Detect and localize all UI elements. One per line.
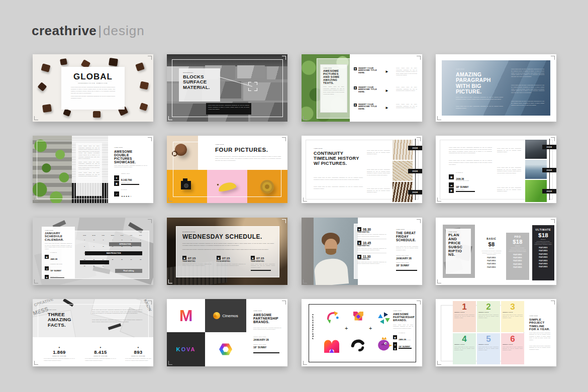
slide-title: JANUARY SCHEDULE CALENDAR. <box>45 232 72 241</box>
stat-label: Insert text <box>121 173 132 174</box>
slide-friday-schedule[interactable]: ▣08.30 TEAM MEETING Lorem ipsum dolor si… <box>302 218 422 285</box>
pin-icon: ◉ <box>45 275 49 279</box>
bird-logo-icon <box>376 335 393 352</box>
detail-label: INSERT TEXT HERE <box>396 255 409 256</box>
body-text: Lorem ipsum dolor sit amet, consectetur … <box>78 172 100 177</box>
progress-bar <box>456 191 475 192</box>
item-title: INSERT YOUR AWESOME TITLE HERE. <box>358 104 381 110</box>
feature-item: FEATURES <box>481 263 502 265</box>
body-text: Lorem ipsum dolor sit amet, consectetur … <box>529 332 550 341</box>
detail-row: ☁ Current Weather18° SUNNY <box>45 263 72 273</box>
beard <box>326 249 336 255</box>
slide-four-pictures[interactable]: YOUR TITLE FOUR PICTURES. Lorem ipsum do… <box>167 136 287 203</box>
arrow-right-icon: ► <box>385 106 389 110</box>
crop-mark-icon <box>417 56 421 60</box>
facts-row: ◉ 1.869 CUPS OF COFFEE Lorem ipsum dolor… <box>33 337 153 366</box>
slide-partnership-brands[interactable]: M Cinemos KOVA YOUR TITLE AWESOME PARTNE… <box>167 299 287 366</box>
arrow-right-icon: ► <box>385 88 389 93</box>
slide-title: AWESOME PARTNERSHIP BRANDS. <box>253 313 281 324</box>
slide-project-timeline[interactable]: 1 INSERT TITLE Lorem ipsum dolor sit ame… <box>436 299 556 366</box>
detail-label: Current Weather <box>456 180 469 181</box>
list-item: ▣ INSERT YOUR AWESOME TITLE HERE. <box>354 86 383 93</box>
item-name: TEAM MEETING <box>357 259 386 261</box>
slide-continuity-timeline[interactable]: YOUR TITLE CONTINUITY TIMELINE HISTORY W… <box>302 136 422 203</box>
brand-divider: | <box>96 23 103 38</box>
slide-label: YOUR TITLE <box>253 310 262 311</box>
slide-title: CONTINUITY TIMELINE HISTORY W/ PICTURES. <box>314 151 363 166</box>
pin-icon: ◉ <box>393 346 397 350</box>
slide-big-picture[interactable]: YOUR TITLE AMAZING PARAGRAPH WITH BIG PI… <box>436 54 556 122</box>
slide-three-facts[interactable]: CREATIVE MESS KNOW YOUR TITLE THREE AMAZ… <box>33 299 153 366</box>
text-card: Lorem ipsum dolor sit amet, consectetur … <box>76 143 102 196</box>
chocolate-photo <box>41 63 50 72</box>
slide-january-calendar[interactable]: YOUR TITLE JANUARY SCHEDULE CALENDAR. Lo… <box>33 218 153 285</box>
brand-cell: KOVA <box>167 332 205 366</box>
chocolate-photo <box>37 82 47 91</box>
slide-global[interactable]: GLOBAL PRESENTATION TEMPLATE Lorem ipsum… <box>33 54 153 122</box>
body-text: Lorem ipsum dolor sit amet, consectetur … <box>367 150 390 155</box>
slide-pictures-texts[interactable]: YOUR TITLE AWESOME PICTURES AND SOME AMA… <box>302 54 422 122</box>
progress-bar <box>251 270 271 271</box>
crop-mark-icon <box>34 116 38 120</box>
chocolate-photo <box>139 103 148 111</box>
number-card: 2 INSERT TITLE Lorem ipsum dolor sit ame… <box>477 301 500 332</box>
calendar-icon: ▣ <box>251 256 255 260</box>
slide-partnerships[interactable]: PARTNERSHIPS + + YOUR TITLE AWESOME PART… <box>302 299 422 366</box>
slide-plan-price[interactable]: YOUR TITLE PLANANDPRICESUBSCRIPTIONS. BA… <box>436 218 556 285</box>
slide-title: FOUR PICTURES. <box>215 147 268 153</box>
m-logo-icon: M <box>179 307 193 325</box>
body-text: Lorem ipsum dolor sit amet, consectetur … <box>71 95 115 100</box>
doc-icon: ▣ <box>354 86 357 89</box>
title-card: YOUR TITLE JANUARY SCHEDULE CALENDAR. Lo… <box>42 227 75 279</box>
body-text: Lorem ipsum dolor sit amet, consectetur … <box>367 188 390 193</box>
pin-icon: ◉ <box>449 188 454 193</box>
list-item: ▣ INSERT YOUR AWESOME TITLE HERE. <box>354 104 383 110</box>
feature-item: FEATURES <box>508 264 527 265</box>
camera-icon: ◉ <box>138 346 139 348</box>
content-column: YOUR TITLE AWESOME PARTNERSHIP BRANDS. L… <box>393 299 419 366</box>
calendar-grid: SUNMONTUEWEDTHUFRISAT 123456789101112131… <box>80 235 145 278</box>
calendar-day: WED <box>108 235 118 236</box>
body-text: Lorem ipsum dolor sit amet, consectetur … <box>456 106 503 110</box>
body-text: Lorem ipsum dolor sit amet, consectetur … <box>78 145 100 160</box>
stat-row: ◉ Insert text <box>114 181 139 186</box>
pricing-plan-basic: BASIC $8 /MONTH Lorem ipsum dolor sit am… <box>481 238 502 268</box>
schedule-bar: INTRODUCTION <box>109 242 141 246</box>
slide-blocks[interactable]: INTRODUCING BLOCKS SURFACE MATERIAL. Lor… <box>167 54 287 122</box>
calendar-date: 27 <box>127 259 136 265</box>
number-card: 3 INSERT TITLE Lorem ipsum dolor sit ame… <box>501 301 524 332</box>
body-text: Lorem ipsum dolor sit amet, consectetur … <box>314 177 363 181</box>
calendar-day-headers: SUNMONTUEWEDTHUFRISAT <box>80 235 145 236</box>
body-text: Lorem ipsum dolor sit amet, consectetur … <box>396 246 418 251</box>
brand-cell: M <box>167 299 205 332</box>
doc-icon: ▣ <box>354 67 357 70</box>
body-text: Lorem ipsum dolor sit amet, consectetur … <box>357 261 386 265</box>
body-text: Lorem ipsum dolor sit amet, consectetur … <box>182 263 212 267</box>
plan-price: $8 <box>481 242 502 248</box>
year-badge: 2008 <box>408 190 422 194</box>
schedule-item: ▣08.30 TEAM MEETING Lorem ipsum dolor si… <box>357 227 386 237</box>
slide-double-pictures[interactable]: Lorem ipsum dolor sit amet, consectetur … <box>33 136 153 203</box>
body-text: Lorem ipsum dolor sit amet, consectetur … <box>511 84 544 94</box>
schedule-bar: Final editing <box>115 269 142 273</box>
stat-row: ✓ Ratings ★★★★★ <box>114 189 132 199</box>
schedule-item: ▣07.15 PIZZA BRIEFING Lorem ipsum dolor … <box>217 256 246 267</box>
calendar-day: MON <box>89 235 99 236</box>
slide-wednesday-schedule[interactable]: SCHEDULE SLIDE WEDNESDAY SCHEDULE. Lorem… <box>167 218 287 285</box>
feature-item: FEATURES <box>508 257 527 259</box>
feature-item: FEATURES <box>481 267 502 268</box>
body-text: Lorem ipsum dolor sit amet, consectetur … <box>114 165 147 168</box>
body-text: Lorem ipsum dolor sit amet, consectetur … <box>251 263 275 268</box>
crop-mark-icon <box>282 219 286 223</box>
feature-list: FEATURESFEATURESFEATURESFEATURES <box>481 257 502 268</box>
feature-item: FEATURES <box>534 266 552 268</box>
body-text: Lorem ipsum dolor sit amet, consectetur … <box>92 309 142 315</box>
feature-item: FEATURES <box>534 257 552 258</box>
slide-title: AWESOME PICTURES AND SOME AMAZING TEXTS. <box>323 69 344 84</box>
detail-row: ◉ Insert text <box>45 275 72 279</box>
card-title: INSERT TITLE <box>478 344 499 346</box>
detail-value: 18° SUNNY <box>396 264 409 267</box>
slide-timeline-pictures[interactable]: Lorem ipsum dolor sit amet, consectetur … <box>436 136 556 203</box>
calendar-day: THU <box>117 235 127 236</box>
calendar-icon: ▣ <box>449 174 454 179</box>
